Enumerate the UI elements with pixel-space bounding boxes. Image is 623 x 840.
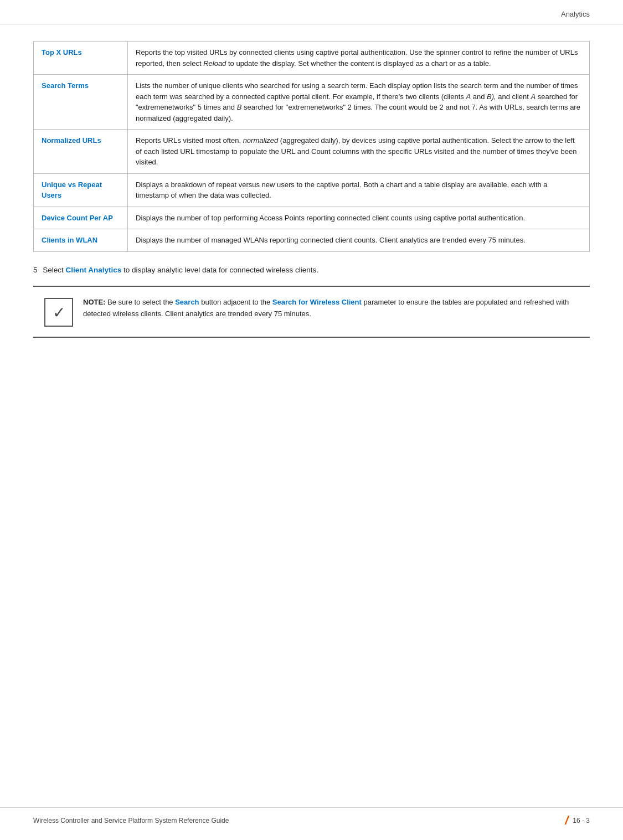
table-row: Clients in WLAN Displays the number of m… [34,229,590,252]
client-a2-italic: A [531,92,536,101]
row-label-top-x-urls: Top X URLs [34,42,128,75]
normalized-italic: normalized [243,136,279,145]
client-analytics-link[interactable]: Client Analytics [66,266,122,274]
client-b2-italic: B [237,103,242,111]
note-label: NOTE: [83,298,105,306]
step-number: 5 [33,266,38,274]
table-row: Top X URLs Reports the top visited URLs … [34,42,590,75]
feature-table: Top X URLs Reports the top visited URLs … [33,41,590,252]
row-label-search-terms: Search Terms [34,75,128,130]
step-text-before: Select [43,266,65,274]
footer-slash-icon: / [565,813,568,828]
table-row: Device Count Per AP Displays the number … [34,207,590,229]
search-button-link[interactable]: Search [175,298,199,306]
page-title: Analytics [561,10,590,18]
note-text-before: Be sure to select the [107,298,175,306]
row-desc-search-terms: Lists the number of unique clients who s… [128,75,590,130]
page-header: Analytics [0,0,623,24]
note-checkmark-icon: ✓ [44,298,73,327]
step-5-paragraph: 5 Select Client Analytics to display ana… [33,264,590,276]
page-footer: Wireless Controller and Service Platform… [0,807,623,828]
footer-left-text: Wireless Controller and Service Platform… [33,817,229,824]
row-label-clients-wlan: Clients in WLAN [34,229,128,252]
row-label-device-count: Device Count Per AP [34,207,128,229]
table-row: Search Terms Lists the number of unique … [34,75,590,130]
row-desc-unique-vs-repeat: Displays a breakdown of repeat versus ne… [128,173,590,207]
client-b-italic: B), [487,92,496,101]
client-a-italic: A [466,92,471,101]
divider-bottom [33,337,590,338]
row-desc-device-count: Displays the number of top performing Ac… [128,207,590,229]
row-desc-top-x-urls: Reports the top visited URLs by connecte… [128,42,590,75]
page-content: Top X URLs Reports the top visited URLs … [0,24,623,371]
note-box: ✓ NOTE: Be sure to select the Search but… [33,287,590,337]
row-desc-clients-wlan: Displays the number of managed WLANs rep… [128,229,590,252]
footer-page-number: 16 - 3 [573,817,590,824]
note-text-middle: button adjacent to the [199,298,272,306]
table-row: Unique vs RepeatUsers Displays a breakdo… [34,173,590,207]
row-desc-normalized-urls: Reports URLs visited most often, normali… [128,130,590,174]
search-wireless-client-link[interactable]: Search for Wireless Client [272,298,362,306]
step-text-after: to display analytic level data for conne… [121,266,318,274]
reload-italic: Reload [203,59,226,68]
row-label-unique-vs-repeat: Unique vs RepeatUsers [34,173,128,207]
footer-right: / 16 - 3 [565,813,590,828]
table-row: Normalized URLs Reports URLs visited mos… [34,130,590,174]
note-content: NOTE: Be sure to select the Search butto… [83,297,579,320]
row-label-normalized-urls: Normalized URLs [34,130,128,174]
